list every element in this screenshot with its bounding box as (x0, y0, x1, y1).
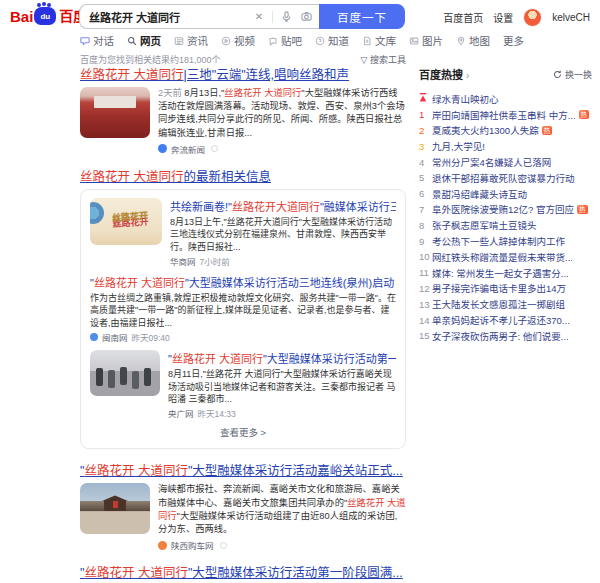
result-snippet: 海峡都市报社、奔流新闻、嘉峪关市文化和旅游局、嘉峪关市融媒体中心、嘉峪关市文旅集… (158, 483, 406, 536)
tab-文库[interactable]: 文库 (362, 33, 396, 48)
search-tabs: 对话网页资讯视频贴吧知道文库图片地图更多 (80, 33, 524, 48)
search-result-3: "丝路花开 大道同行"大型融媒体采访行活动嘉峪关站正式... 海峡都市报社、奔流… (80, 460, 406, 551)
hot-item-5[interactable]: 5退休干部招募敢死队密谋暴力行动 (419, 170, 592, 186)
refresh-icon (553, 70, 562, 79)
hot-item-text: 女子深夜砍伤两男子: 他们说要... (432, 329, 569, 343)
news-title[interactable]: "丝路花开 大道同行"大型融媒体采访行活动三地连线(泉州)启动 (90, 274, 396, 290)
hot-item-13[interactable]: 13王大陆发长文感恩孤注一掷剧组 (419, 296, 592, 312)
hot-item-14[interactable]: 14单亲妈妈起诉不孝儿子返还370... (419, 312, 592, 328)
hot-item-text: 男子接完诈骗电话卡里多出14万 (432, 281, 566, 295)
result-title[interactable]: 丝路花开 大道同行|三地"云端"连线,唱响丝路和声 (80, 64, 406, 83)
hot-item-10[interactable]: 10网红铁头称蹭流量是假未来带货... (419, 249, 592, 265)
result-title[interactable]: 丝路花开 大道同行的最新相关信息 (80, 166, 406, 185)
logo-bai-text: Bai (10, 8, 33, 25)
hot-item-9[interactable]: 9考公热下一些人辞掉体制内工作 (419, 233, 592, 249)
clear-icon[interactable]: ✕ (252, 11, 266, 22)
tab-图片[interactable]: 图片 (409, 33, 443, 48)
result-title[interactable]: "丝路花开 大道同行"大型融媒体采访行活动嘉峪关站正式... (80, 460, 406, 479)
hot-list: 绿水青山映初心1岸田向靖国神社供奉玉串料 中方...热2夏威夷大火约1300人失… (419, 91, 592, 344)
hot-rank: 8 (419, 220, 432, 231)
tab-资讯[interactable]: 资讯 (174, 33, 208, 48)
news-title[interactable]: 共绘新画卷!"丝路花开大道同行"融媒体采访行三地... (170, 198, 396, 214)
hot-item-11[interactable]: 11媒体: 常州发生一起女子遇害分... (419, 265, 592, 281)
hot-rank: 5 (419, 172, 432, 183)
source-name[interactable]: 陕西购车网 (171, 539, 214, 551)
hot-item-text: 退休干部招募敢死队密谋暴力行动 (432, 171, 575, 185)
top-pin-icon (419, 93, 432, 104)
hot-item-text: 绿水青山映初心 (432, 92, 499, 106)
news-snippet: 作为古丝绸之路重镇,敦煌正积极推动敦煌文化研究、服务共建"一带一路"。在高质量共… (90, 292, 396, 329)
hot-item-1[interactable]: 1岸田向靖国神社供奉玉串料 中方...热 (419, 107, 592, 123)
map-icon (456, 36, 466, 46)
feedback-icon[interactable] (220, 542, 227, 549)
microphone-icon[interactable] (279, 11, 293, 22)
hot-item-text: 考公热下一些人辞掉体制内工作 (432, 234, 565, 248)
baidu-logo[interactable]: Bai du 百度 (10, 5, 87, 25)
hot-item-3[interactable]: 3九月,大学见! (419, 138, 592, 154)
hot-item-12[interactable]: 12男子接完诈骗电话卡里多出14万 (419, 281, 592, 297)
hot-item-text: 夏威夷大火约1300人失踪 (432, 123, 539, 137)
hot-item-6[interactable]: 6景甜冯绍峰藏头诗互动 (419, 186, 592, 202)
result-thumbnail[interactable] (80, 87, 150, 138)
hot-rank: 10 (419, 251, 432, 262)
baidu-home-link[interactable]: 百度首页 (443, 10, 483, 25)
hot-search-title[interactable]: 百度热搜 › (419, 66, 469, 82)
news-icon (174, 36, 184, 46)
news-card: 共绘新画卷!"丝路花开大道同行"融媒体采访行三地... 8月13日上午,"丝路花… (80, 189, 406, 450)
username[interactable]: kelveCH (552, 12, 590, 23)
source-name[interactable]: 央广网 (168, 407, 194, 419)
hot-badge: 热 (579, 110, 590, 119)
source-time: 7小时前 (200, 255, 230, 267)
search-box[interactable]: ✕ (79, 4, 319, 29)
tab-地图[interactable]: 地图 (456, 33, 490, 48)
news-item-2[interactable]: "丝路花开 大道同行"大型融媒体采访行活动三地连线(泉州)启动 作为古丝绸之路重… (90, 274, 396, 343)
hot-item-7[interactable]: 7阜外医院徐波受贿12亿? 官方回应热 (419, 202, 592, 218)
header-right: 百度首页 设置 kelveCH (443, 8, 590, 27)
source-logo-icon (158, 144, 167, 153)
tab-对话[interactable]: 对话 (80, 33, 114, 48)
search-icon (127, 36, 137, 46)
hot-item-8[interactable]: 8张子枫志愿军啃土豆镜头 (419, 217, 592, 233)
hot-item-15[interactable]: 15女子深夜砍伤两男子: 他们说要... (419, 328, 592, 344)
wenku-icon (362, 36, 372, 46)
feedback-icon[interactable] (211, 145, 218, 152)
search-result-2: 丝路花开 大道同行的最新相关信息 共绘新画卷!"丝路花开大道同行"融媒体采访行三… (80, 166, 406, 450)
tab-贴吧[interactable]: 贴吧 (268, 33, 302, 48)
tab-网页[interactable]: 网页 (127, 33, 161, 48)
hot-rank: 13 (419, 299, 432, 310)
news-thumbnail[interactable] (90, 350, 160, 396)
source-name[interactable]: 闽南网 (102, 331, 128, 343)
news-thumbnail[interactable] (90, 198, 162, 245)
tab-知道[interactable]: 知道 (315, 33, 349, 48)
avatar[interactable] (523, 8, 542, 27)
tab-视频[interactable]: 视频 (221, 33, 255, 48)
settings-link[interactable]: 设置 (493, 10, 513, 25)
news-item-1[interactable]: 共绘新画卷!"丝路花开大道同行"融媒体采访行三地... 8月13日上午,"丝路花… (90, 198, 396, 267)
image-icon (409, 36, 419, 46)
tieba-icon (268, 36, 278, 46)
hot-rank: 4 (419, 157, 432, 168)
search-bar: ✕ 百度一下 (79, 4, 405, 29)
hot-item-top[interactable]: 绿水青山映初心 (419, 91, 592, 107)
source-name[interactable]: 奔流新闻 (171, 143, 205, 155)
hot-item-2[interactable]: 2夏威夷大火约1300人失踪热 (419, 123, 592, 139)
video-icon (221, 36, 231, 46)
tab-更多[interactable]: 更多 (503, 33, 524, 48)
view-more-link[interactable]: 查看更多 > (90, 419, 396, 444)
result-title[interactable]: "丝路花开 大道同行"大型融媒体采访行活动第一阶段圆满... (80, 562, 406, 581)
result-thumbnail[interactable] (80, 483, 150, 534)
hot-badge: 热 (542, 126, 553, 135)
chevron-right-icon: › (466, 70, 469, 81)
news-title[interactable]: "丝路花开 大道同行"大型融媒体采访行活动第一阶... (168, 350, 396, 366)
hot-item-text: 网红铁头称蹭流量是假未来带货... (432, 250, 573, 264)
hot-item-text: 景甜冯绍峰藏头诗互动 (432, 187, 527, 201)
hot-item-4[interactable]: 4常州分尸案4名嫌疑人已落网 (419, 154, 592, 170)
source-name[interactable]: 华商网 (170, 255, 196, 267)
source-time: 昨天09:40 (132, 331, 170, 343)
camera-icon[interactable] (299, 11, 313, 22)
news-item-3[interactable]: "丝路花开 大道同行"大型融媒体采访行活动第一阶... 8月11日,"丝路花开 … (90, 350, 396, 419)
hot-item-text: 岸田向靖国神社供奉玉串料 中方... (432, 108, 576, 122)
search-input[interactable] (89, 11, 246, 23)
refresh-button[interactable]: 换一换 (553, 68, 592, 81)
search-button[interactable]: 百度一下 (319, 4, 405, 29)
